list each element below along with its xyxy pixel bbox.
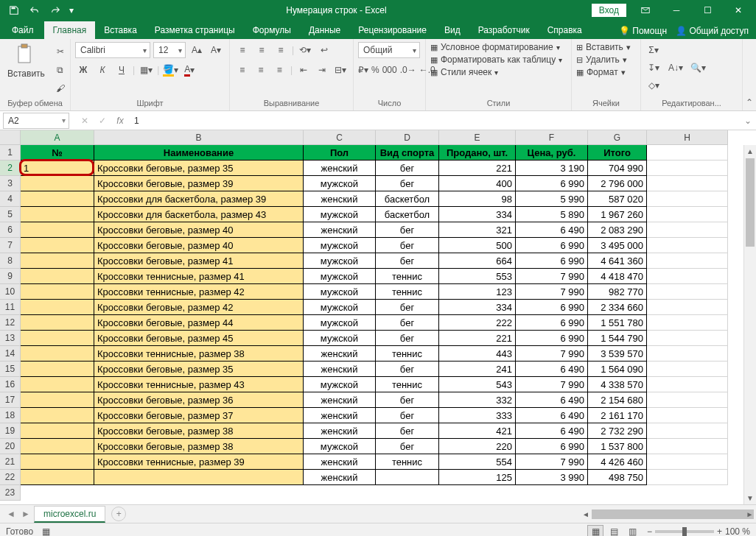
sort-filter-icon[interactable]: A↓▾ (668, 60, 684, 76)
cell[interactable]: Кроссовки беговые, размер 39 (94, 176, 304, 191)
fill-icon[interactable]: ↧▾ (645, 60, 662, 76)
row-header[interactable]: 7 (0, 238, 21, 253)
row-header[interactable]: 5 (0, 207, 21, 222)
cell[interactable]: Кроссовки теннисные, размер 39 (94, 454, 304, 470)
col-header-C[interactable]: C (304, 130, 376, 145)
number-format-combo[interactable]: Общий (358, 42, 420, 58)
clear-icon[interactable]: ◇▾ (645, 77, 662, 94)
row-header[interactable]: 10 (0, 284, 21, 300)
row-header[interactable]: 16 (0, 377, 21, 392)
cell[interactable]: 500 (439, 238, 516, 253)
tab-review[interactable]: Рецензирование (349, 21, 435, 39)
format-cells-button[interactable]: ▦ Формат ▾ (576, 67, 636, 77)
zoom-out-icon[interactable]: − (647, 526, 652, 537)
align-top-icon[interactable]: ≡ (234, 42, 251, 58)
cell[interactable]: 6 990 (516, 300, 588, 315)
row-header[interactable]: 12 (0, 315, 21, 331)
cell[interactable]: 443 (439, 346, 516, 362)
cell[interactable]: мужской (304, 439, 376, 454)
cell[interactable]: мужской (304, 207, 376, 222)
cell[interactable] (647, 191, 728, 207)
cell[interactable]: теннис (376, 346, 439, 362)
cell[interactable]: мужской (304, 331, 376, 346)
tab-view[interactable]: Вид (435, 21, 469, 39)
cell[interactable]: 554 (439, 454, 516, 470)
align-bottom-icon[interactable]: ≡ (273, 42, 289, 58)
cell[interactable]: 4 418 470 (588, 269, 647, 284)
redo-icon[interactable] (46, 1, 65, 19)
cell[interactable]: мужской (304, 176, 376, 191)
cell[interactable] (21, 346, 94, 362)
format-as-table-button[interactable]: ▦ Форматировать как таблицу ▾ (430, 54, 567, 65)
format-painter-icon[interactable]: 🖌 (52, 80, 69, 96)
cell[interactable] (647, 161, 728, 176)
cell[interactable] (21, 470, 94, 485)
cell[interactable] (21, 253, 94, 269)
cell[interactable]: женский (304, 191, 376, 207)
cell[interactable] (21, 392, 94, 408)
table-header[interactable]: Пол (304, 145, 376, 161)
align-right-icon[interactable]: ≡ (272, 62, 287, 78)
cell[interactable]: Кроссовки беговые, размер 35 (94, 362, 304, 377)
cell[interactable]: 334 (439, 207, 516, 222)
cell[interactable]: бег (376, 176, 439, 191)
cell[interactable] (94, 470, 304, 485)
cell[interactable]: Кроссовки для баскетбола, размер 39 (94, 191, 304, 207)
cell[interactable]: 98 (439, 191, 516, 207)
zoom-in-icon[interactable]: + (717, 526, 722, 537)
cell[interactable] (21, 222, 94, 238)
font-name-combo[interactable]: Calibri (75, 42, 150, 58)
cell[interactable]: 333 (439, 408, 516, 423)
cell[interactable]: теннис (376, 377, 439, 392)
cell[interactable]: 3 495 000 (588, 238, 647, 253)
col-header-G[interactable]: G (588, 130, 647, 145)
maximize-icon[interactable]: ☐ (693, 0, 722, 21)
signin-button[interactable]: Вход (592, 4, 626, 17)
cell[interactable] (21, 362, 94, 377)
cell[interactable]: мужской (304, 315, 376, 331)
collapse-ribbon-icon[interactable]: ⌃ (743, 39, 756, 110)
tab-file[interactable]: Файл (3, 21, 43, 39)
font-color-icon[interactable]: A▾ (181, 62, 197, 78)
cell[interactable]: 7 990 (516, 454, 588, 470)
cell[interactable] (21, 207, 94, 222)
cell[interactable] (647, 454, 728, 470)
cell[interactable]: Кроссовки беговые, размер 40 (94, 238, 304, 253)
col-header-B[interactable]: B (94, 130, 304, 145)
cell[interactable]: бег (376, 222, 439, 238)
cell[interactable]: 221 (439, 161, 516, 176)
cell[interactable] (647, 207, 728, 222)
cell[interactable]: 6 990 (516, 315, 588, 331)
col-header-A[interactable]: A (21, 130, 94, 145)
cell[interactable]: 1 537 800 (588, 439, 647, 454)
cell[interactable]: 3 539 570 (588, 346, 647, 362)
italic-button[interactable]: К (94, 62, 111, 78)
cell[interactable] (21, 191, 94, 207)
table-header[interactable]: Итого (588, 145, 647, 161)
hscroll-thumb[interactable] (592, 509, 754, 519)
page-layout-view-icon[interactable]: ▤ (606, 525, 623, 537)
scroll-down-icon[interactable]: ▼ (744, 492, 756, 504)
cell-styles-button[interactable]: ▦ Стили ячеек ▾ (430, 67, 567, 77)
row-header[interactable]: 2 (0, 161, 21, 176)
row-header[interactable]: 17 (0, 392, 21, 408)
cell[interactable]: бег (376, 362, 439, 377)
cell[interactable]: мужской (304, 377, 376, 392)
cell[interactable]: бег (376, 238, 439, 253)
scroll-left-icon[interactable]: ◄ (579, 508, 592, 521)
cell[interactable]: Кроссовки беговые, размер 36 (94, 392, 304, 408)
cell[interactable] (647, 408, 728, 423)
cell[interactable]: 5 990 (516, 191, 588, 207)
cell[interactable]: 1 551 780 (588, 315, 647, 331)
bold-button[interactable]: Ж (75, 62, 91, 78)
cell[interactable]: мужской (304, 300, 376, 315)
cell[interactable]: 6 990 (516, 439, 588, 454)
formula-input[interactable]: 1 (128, 116, 740, 126)
cell[interactable] (647, 392, 728, 408)
cell[interactable]: 7 990 (516, 346, 588, 362)
zoom-level[interactable]: 100 % (725, 526, 750, 537)
cell[interactable]: женский (304, 161, 376, 176)
increase-indent-icon[interactable]: ⇥ (314, 62, 329, 78)
cell[interactable]: женский (304, 346, 376, 362)
cell[interactable]: 543 (439, 377, 516, 392)
